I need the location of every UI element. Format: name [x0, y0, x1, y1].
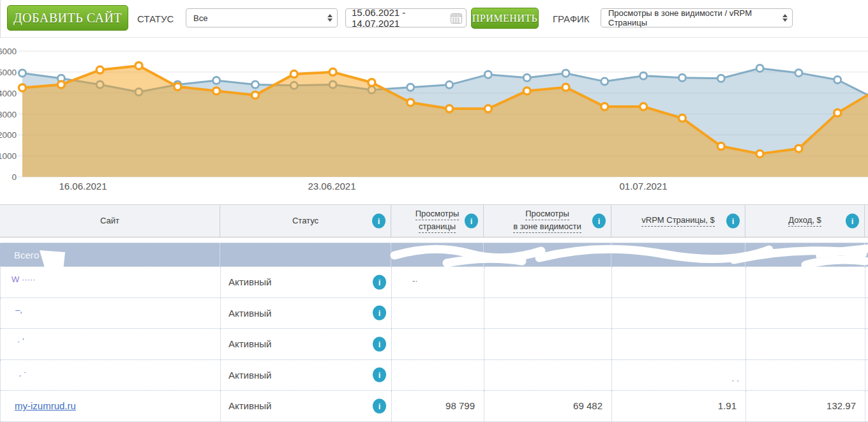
data-point-marker — [368, 79, 375, 86]
cell-site: my-izumrud.ru — [1, 391, 221, 421]
data-point-marker — [717, 75, 724, 82]
data-point-marker — [329, 68, 336, 75]
svg-text:2000: 2000 — [0, 130, 17, 140]
data-point-marker — [407, 84, 414, 91]
date-range-value: 15.06.2021 - 14.07.2021 — [352, 7, 447, 29]
apply-button[interactable]: ПРИМЕНИТЬ — [471, 8, 539, 29]
data-point-marker — [96, 66, 103, 73]
data-point-marker — [756, 150, 763, 157]
data-point-marker — [251, 91, 258, 98]
data-point-marker — [562, 70, 569, 77]
cell-value — [746, 267, 865, 298]
cell-value — [484, 298, 612, 329]
cell-value — [392, 267, 484, 298]
info-icon[interactable]: i — [373, 398, 386, 413]
graph-label: ГРАФИК — [553, 13, 590, 24]
sort-link-vrpm[interactable]: vRPM Страницы, $ — [641, 215, 715, 227]
status-text: Активный — [228, 400, 271, 411]
data-point-marker — [251, 81, 258, 88]
cell-value — [746, 329, 865, 359]
cell-value: 69 482 — [484, 391, 612, 421]
cell-value — [392, 298, 484, 329]
cell-value — [612, 267, 746, 298]
status-select[interactable]: Все — [186, 8, 338, 27]
cell-status: Активныйi — [221, 298, 392, 329]
cell-value: 132.97 — [746, 391, 865, 421]
header-cell-site: Сайт — [0, 205, 220, 237]
status-text: Активный — [228, 276, 271, 287]
data-point-marker — [174, 83, 181, 90]
info-icon[interactable]: i — [726, 214, 740, 229]
data-point-marker — [756, 64, 763, 72]
cell-value: 98 799 — [392, 391, 484, 421]
sites-table-header: СайтСтатусiПросмотрыстраницыiПросмотрыв … — [0, 204, 868, 237]
info-icon[interactable]: i — [372, 214, 385, 229]
table-row: Активныйi — [0, 360, 868, 391]
svg-text:4000: 4000 — [0, 89, 17, 98]
cell-value — [392, 360, 484, 391]
sort-link-viewable-views[interactable]: в зоне видимости — [513, 222, 581, 233]
spinner-icon — [782, 14, 788, 22]
info-icon[interactable]: i — [373, 336, 386, 351]
header-cell-extra — [865, 205, 868, 237]
cell-value — [484, 267, 612, 298]
cell-value — [612, 360, 746, 391]
data-point-marker — [446, 105, 453, 112]
data-point-marker — [446, 81, 453, 88]
status-text: Активный — [228, 308, 271, 319]
cell-value — [746, 360, 865, 391]
add-site-button[interactable]: ДОБАВИТЬ САЙТ — [7, 5, 128, 31]
y-axis-labels: 0100020003000400050006000 — [0, 47, 17, 182]
sort-link-income[interactable]: Доход, $ — [788, 215, 821, 227]
info-icon[interactable]: i — [846, 214, 859, 229]
chart-canvas: 010002000300040005000600016.06.202123.06… — [0, 38, 868, 198]
svg-text:16.06.2021: 16.06.2021 — [59, 181, 107, 192]
sort-link-viewable-views[interactable]: Просмотры — [525, 209, 569, 220]
cell-site — [1, 298, 221, 329]
calendar-icon[interactable] — [450, 12, 463, 26]
header-label: Статус — [292, 216, 318, 227]
site-link[interactable]: my-izumrud.ru — [15, 400, 76, 411]
data-point-marker — [407, 99, 414, 106]
status-select-value: Все — [193, 13, 207, 23]
table-row: Активныйi — [0, 298, 868, 329]
x-axis-labels: 16.06.202123.06.202101.07.2021 — [59, 181, 667, 192]
table-row: Активныйi — [0, 329, 868, 360]
table-row: my-izumrud.ruАктивныйi98 79969 4821.9113… — [0, 391, 868, 422]
dashboard-page: ДОБАВИТЬ САЙТ СТАТУС Все 15.06.2021 - 14… — [0, 0, 868, 422]
info-icon[interactable]: i — [373, 275, 386, 289]
sort-link-pageviews[interactable]: страницы — [419, 222, 456, 233]
table-row: Активныйi — [0, 267, 868, 298]
svg-text:3000: 3000 — [0, 110, 17, 119]
cell-site — [1, 360, 221, 391]
status-label: СТАТУС — [137, 13, 174, 24]
status-text: Активный — [228, 370, 271, 381]
data-point-marker — [135, 62, 142, 69]
cell-status: Активныйi — [221, 329, 392, 359]
header-label: Сайт — [100, 216, 119, 227]
header-cell-pageviews: Просмотрыстраницыi — [391, 205, 484, 237]
info-icon[interactable]: i — [373, 368, 386, 382]
date-range-input[interactable]: 15.06.2021 - 14.07.2021 — [345, 8, 467, 27]
info-icon[interactable]: i — [465, 214, 478, 229]
data-point-marker — [678, 115, 685, 122]
data-point-marker — [290, 71, 297, 78]
data-point-marker — [484, 105, 491, 112]
graph-metric-select[interactable]: Просмотры в зоне видимости / vRPM Страни… — [601, 8, 793, 27]
data-point-marker — [484, 71, 491, 78]
data-point-marker — [19, 84, 26, 91]
svg-text:01.07.2021: 01.07.2021 — [619, 181, 667, 192]
data-point-marker — [601, 103, 608, 110]
sort-link-pageviews[interactable]: Просмотры — [415, 209, 460, 220]
info-icon[interactable]: i — [373, 306, 386, 320]
data-point-marker — [213, 77, 220, 84]
cell-value — [746, 298, 865, 329]
cell-value — [612, 298, 746, 329]
data-point-marker — [640, 72, 647, 79]
svg-text:5000: 5000 — [0, 68, 17, 77]
data-point-marker — [523, 74, 530, 81]
header-cell-viewable-views: Просмотрыв зоне видимостиi — [484, 205, 611, 237]
data-point-marker — [19, 70, 26, 77]
info-icon[interactable]: i — [592, 214, 606, 229]
header-cell-income: Доход, $i — [745, 205, 865, 237]
